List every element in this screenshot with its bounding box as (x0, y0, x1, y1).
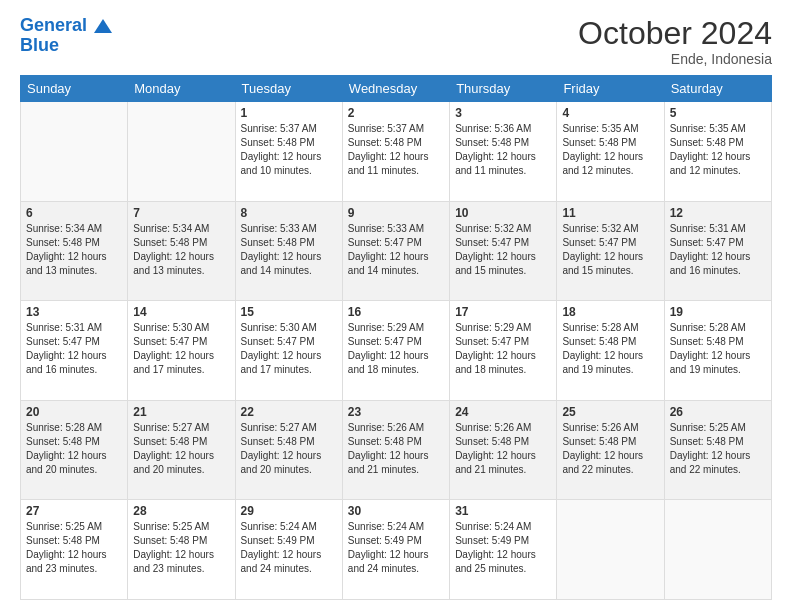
day-info: Sunrise: 5:35 AM Sunset: 5:48 PM Dayligh… (670, 122, 766, 178)
calendar-cell: 5Sunrise: 5:35 AM Sunset: 5:48 PM Daylig… (664, 102, 771, 202)
day-number: 15 (241, 305, 337, 319)
weekday-header-wednesday: Wednesday (342, 76, 449, 102)
calendar-cell: 3Sunrise: 5:36 AM Sunset: 5:48 PM Daylig… (450, 102, 557, 202)
calendar-cell: 16Sunrise: 5:29 AM Sunset: 5:47 PM Dayli… (342, 301, 449, 401)
day-number: 18 (562, 305, 658, 319)
calendar-cell (21, 102, 128, 202)
day-info: Sunrise: 5:31 AM Sunset: 5:47 PM Dayligh… (26, 321, 122, 377)
day-number: 30 (348, 504, 444, 518)
day-info: Sunrise: 5:26 AM Sunset: 5:48 PM Dayligh… (562, 421, 658, 477)
calendar-week-3: 13Sunrise: 5:31 AM Sunset: 5:47 PM Dayli… (21, 301, 772, 401)
calendar-table: SundayMondayTuesdayWednesdayThursdayFrid… (20, 75, 772, 600)
day-number: 27 (26, 504, 122, 518)
day-number: 4 (562, 106, 658, 120)
calendar-cell: 1Sunrise: 5:37 AM Sunset: 5:48 PM Daylig… (235, 102, 342, 202)
day-number: 31 (455, 504, 551, 518)
month-title: October 2024 (578, 16, 772, 51)
day-info: Sunrise: 5:30 AM Sunset: 5:47 PM Dayligh… (241, 321, 337, 377)
calendar-cell: 24Sunrise: 5:26 AM Sunset: 5:48 PM Dayli… (450, 400, 557, 500)
day-number: 23 (348, 405, 444, 419)
weekday-header-saturday: Saturday (664, 76, 771, 102)
day-info: Sunrise: 5:29 AM Sunset: 5:47 PM Dayligh… (455, 321, 551, 377)
day-number: 13 (26, 305, 122, 319)
day-number: 29 (241, 504, 337, 518)
day-info: Sunrise: 5:36 AM Sunset: 5:48 PM Dayligh… (455, 122, 551, 178)
calendar-cell (557, 500, 664, 600)
header: General Blue October 2024 Ende, Indonesi… (20, 16, 772, 67)
calendar-cell: 9Sunrise: 5:33 AM Sunset: 5:47 PM Daylig… (342, 201, 449, 301)
day-number: 12 (670, 206, 766, 220)
calendar-cell: 29Sunrise: 5:24 AM Sunset: 5:49 PM Dayli… (235, 500, 342, 600)
day-number: 21 (133, 405, 229, 419)
day-number: 28 (133, 504, 229, 518)
day-info: Sunrise: 5:33 AM Sunset: 5:47 PM Dayligh… (348, 222, 444, 278)
logo-icon (94, 19, 112, 33)
weekday-header-thursday: Thursday (450, 76, 557, 102)
day-info: Sunrise: 5:28 AM Sunset: 5:48 PM Dayligh… (670, 321, 766, 377)
weekday-header-monday: Monday (128, 76, 235, 102)
calendar-cell: 28Sunrise: 5:25 AM Sunset: 5:48 PM Dayli… (128, 500, 235, 600)
calendar-cell: 31Sunrise: 5:24 AM Sunset: 5:49 PM Dayli… (450, 500, 557, 600)
day-number: 5 (670, 106, 766, 120)
day-info: Sunrise: 5:37 AM Sunset: 5:48 PM Dayligh… (241, 122, 337, 178)
calendar-week-4: 20Sunrise: 5:28 AM Sunset: 5:48 PM Dayli… (21, 400, 772, 500)
logo-blue: Blue (20, 36, 112, 56)
calendar-cell: 2Sunrise: 5:37 AM Sunset: 5:48 PM Daylig… (342, 102, 449, 202)
day-info: Sunrise: 5:26 AM Sunset: 5:48 PM Dayligh… (348, 421, 444, 477)
weekday-header-sunday: Sunday (21, 76, 128, 102)
page: General Blue October 2024 Ende, Indonesi… (0, 0, 792, 612)
calendar-week-5: 27Sunrise: 5:25 AM Sunset: 5:48 PM Dayli… (21, 500, 772, 600)
weekday-header-tuesday: Tuesday (235, 76, 342, 102)
day-number: 3 (455, 106, 551, 120)
calendar-header-row: SundayMondayTuesdayWednesdayThursdayFrid… (21, 76, 772, 102)
day-info: Sunrise: 5:32 AM Sunset: 5:47 PM Dayligh… (455, 222, 551, 278)
day-number: 20 (26, 405, 122, 419)
day-number: 10 (455, 206, 551, 220)
location: Ende, Indonesia (578, 51, 772, 67)
calendar-cell: 18Sunrise: 5:28 AM Sunset: 5:48 PM Dayli… (557, 301, 664, 401)
svg-marker-0 (94, 19, 112, 33)
calendar-cell: 30Sunrise: 5:24 AM Sunset: 5:49 PM Dayli… (342, 500, 449, 600)
day-number: 6 (26, 206, 122, 220)
day-number: 14 (133, 305, 229, 319)
day-info: Sunrise: 5:24 AM Sunset: 5:49 PM Dayligh… (241, 520, 337, 576)
day-number: 1 (241, 106, 337, 120)
calendar-cell: 25Sunrise: 5:26 AM Sunset: 5:48 PM Dayli… (557, 400, 664, 500)
calendar-cell (664, 500, 771, 600)
day-info: Sunrise: 5:37 AM Sunset: 5:48 PM Dayligh… (348, 122, 444, 178)
day-number: 9 (348, 206, 444, 220)
calendar-cell: 7Sunrise: 5:34 AM Sunset: 5:48 PM Daylig… (128, 201, 235, 301)
day-number: 19 (670, 305, 766, 319)
calendar-week-2: 6Sunrise: 5:34 AM Sunset: 5:48 PM Daylig… (21, 201, 772, 301)
day-info: Sunrise: 5:25 AM Sunset: 5:48 PM Dayligh… (670, 421, 766, 477)
day-number: 7 (133, 206, 229, 220)
calendar-cell: 26Sunrise: 5:25 AM Sunset: 5:48 PM Dayli… (664, 400, 771, 500)
calendar-cell: 6Sunrise: 5:34 AM Sunset: 5:48 PM Daylig… (21, 201, 128, 301)
day-info: Sunrise: 5:27 AM Sunset: 5:48 PM Dayligh… (133, 421, 229, 477)
day-info: Sunrise: 5:34 AM Sunset: 5:48 PM Dayligh… (26, 222, 122, 278)
logo-general: General (20, 15, 87, 35)
calendar-cell: 23Sunrise: 5:26 AM Sunset: 5:48 PM Dayli… (342, 400, 449, 500)
calendar-cell: 13Sunrise: 5:31 AM Sunset: 5:47 PM Dayli… (21, 301, 128, 401)
day-number: 2 (348, 106, 444, 120)
day-info: Sunrise: 5:26 AM Sunset: 5:48 PM Dayligh… (455, 421, 551, 477)
calendar-cell (128, 102, 235, 202)
calendar-cell: 12Sunrise: 5:31 AM Sunset: 5:47 PM Dayli… (664, 201, 771, 301)
calendar-cell: 20Sunrise: 5:28 AM Sunset: 5:48 PM Dayli… (21, 400, 128, 500)
day-info: Sunrise: 5:24 AM Sunset: 5:49 PM Dayligh… (455, 520, 551, 576)
day-number: 22 (241, 405, 337, 419)
calendar-cell: 21Sunrise: 5:27 AM Sunset: 5:48 PM Dayli… (128, 400, 235, 500)
calendar-body: 1Sunrise: 5:37 AM Sunset: 5:48 PM Daylig… (21, 102, 772, 600)
day-info: Sunrise: 5:29 AM Sunset: 5:47 PM Dayligh… (348, 321, 444, 377)
calendar-cell: 10Sunrise: 5:32 AM Sunset: 5:47 PM Dayli… (450, 201, 557, 301)
calendar-cell: 4Sunrise: 5:35 AM Sunset: 5:48 PM Daylig… (557, 102, 664, 202)
day-info: Sunrise: 5:25 AM Sunset: 5:48 PM Dayligh… (26, 520, 122, 576)
day-info: Sunrise: 5:28 AM Sunset: 5:48 PM Dayligh… (562, 321, 658, 377)
day-number: 16 (348, 305, 444, 319)
calendar-cell: 14Sunrise: 5:30 AM Sunset: 5:47 PM Dayli… (128, 301, 235, 401)
calendar-week-1: 1Sunrise: 5:37 AM Sunset: 5:48 PM Daylig… (21, 102, 772, 202)
day-number: 24 (455, 405, 551, 419)
calendar-cell: 15Sunrise: 5:30 AM Sunset: 5:47 PM Dayli… (235, 301, 342, 401)
day-number: 26 (670, 405, 766, 419)
calendar-cell: 8Sunrise: 5:33 AM Sunset: 5:48 PM Daylig… (235, 201, 342, 301)
